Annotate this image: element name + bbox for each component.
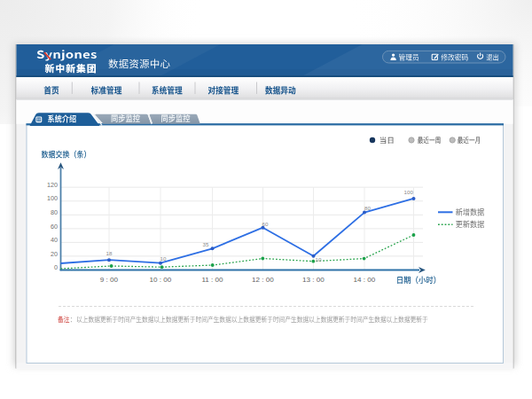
svg-text:10: 10 xyxy=(316,256,322,262)
svg-text:35: 35 xyxy=(203,241,209,247)
svg-text:18: 18 xyxy=(106,250,113,256)
svg-text:60: 60 xyxy=(262,221,269,227)
svg-text:10 : 00: 10 : 00 xyxy=(150,276,172,284)
svg-text:9 : 00: 9 : 00 xyxy=(100,276,119,284)
svg-text:12 : 00: 12 : 00 xyxy=(252,276,274,284)
svg-text:80: 80 xyxy=(51,208,58,216)
svg-text:100: 100 xyxy=(404,189,414,195)
svg-text:20: 20 xyxy=(51,250,58,258)
svg-text:11 : 00: 11 : 00 xyxy=(201,276,223,284)
svg-text:100: 100 xyxy=(47,194,58,202)
svg-text:0: 0 xyxy=(54,263,58,271)
svg-text:13 : 00: 13 : 00 xyxy=(302,276,325,284)
svg-text:60: 60 xyxy=(51,223,58,231)
svg-text:80: 80 xyxy=(364,205,371,211)
svg-text:40: 40 xyxy=(51,236,58,244)
svg-text:14 : 00: 14 : 00 xyxy=(354,276,376,284)
svg-text:10: 10 xyxy=(160,255,167,262)
svg-text:120: 120 xyxy=(47,181,58,189)
